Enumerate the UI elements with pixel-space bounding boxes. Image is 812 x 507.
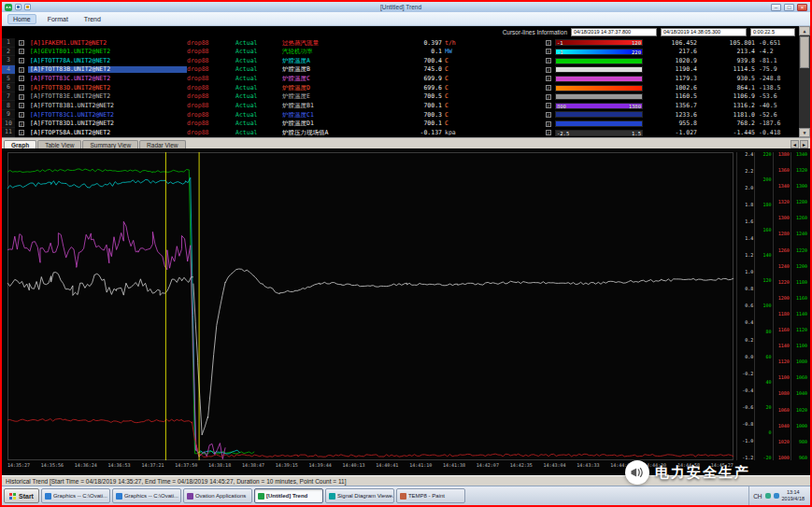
tab-radar-view[interactable]: Radar View [139, 140, 185, 148]
row-number: 10 [2, 120, 15, 129]
start-button[interactable]: Start [4, 488, 39, 503]
signal-unit: C [445, 112, 475, 119]
row-checkbox[interactable]: ✓ [15, 49, 28, 54]
cursor-row-checkbox[interactable]: ✓ [542, 67, 555, 73]
cursor1-value: 1190.4 [643, 66, 701, 73]
tab-scroll-right-icon[interactable]: ► [800, 140, 808, 148]
signal-name[interactable]: [A]FTOTT83C.UNIT2@NET2 [28, 76, 187, 82]
cursor-row-checkbox[interactable]: ✓ [542, 103, 555, 108]
tray-icon[interactable] [765, 493, 771, 499]
menu-tab-home[interactable]: Home [7, 14, 36, 24]
scroll-up-icon[interactable]: ▲ [799, 26, 810, 35]
cursor1-value: 1356.7 [643, 103, 701, 109]
taskbar-app-button[interactable]: Graphics -- C:\Ovati... [112, 488, 181, 503]
y-axis-label: 2.4 [745, 152, 753, 157]
table-row[interactable]: 10 ✓ [A]FTOTT83D1.UNIT2@NET2 drop88 Actu… [2, 120, 799, 129]
row-checkbox[interactable]: ✓ [15, 103, 28, 108]
cursor-row-checkbox[interactable]: ✓ [542, 121, 555, 127]
save-icon[interactable] [15, 4, 21, 10]
cursor-row-checkbox[interactable]: ✓ [542, 40, 555, 46]
cursor-delta-field[interactable]: 0:00:22.5 [750, 28, 795, 36]
signal-name[interactable]: [A]FTOTT83C1.UNIT2@NET2 [28, 112, 187, 119]
tab-graph[interactable]: Graph [4, 140, 36, 148]
row-checkbox[interactable]: ✓ [15, 85, 28, 91]
tab-scroll-left-icon[interactable]: ◄ [791, 140, 799, 148]
maximize-button[interactable]: □ [784, 4, 794, 11]
signal-mode: Actual [235, 112, 282, 119]
y-axis-label: 1020 [778, 440, 790, 444]
row-checkbox[interactable]: ✓ [15, 58, 28, 63]
cursor-row-checkbox[interactable]: ✓ [542, 49, 555, 54]
tab-table-view[interactable]: Table View [37, 140, 81, 148]
taskbar-app-button[interactable]: [Untitled] Trend [254, 488, 323, 503]
signal-name[interactable]: [A]GEV1T801.UNIT2@NET2 [28, 49, 187, 55]
row-checkbox[interactable]: ✓ [15, 67, 28, 73]
table-row[interactable]: 3 ✓ [A]FTOTT78A.UNIT2@NET2 drop88 Actual… [2, 56, 799, 65]
language-indicator[interactable]: CH [753, 493, 762, 500]
row-checkbox[interactable]: ✓ [15, 121, 28, 127]
tray-icon[interactable] [774, 493, 779, 499]
trend-plot[interactable] [7, 152, 734, 460]
signal-name[interactable]: [A]FTOTT83E.UNIT2@NET2 [28, 93, 187, 100]
signal-value: 0.397 [394, 40, 445, 47]
cursor-row-checkbox[interactable]: ✓ [542, 85, 555, 91]
undo-icon[interactable] [24, 4, 31, 10]
table-row[interactable]: 5 ✓ [A]FTOTT83C.UNIT2@NET2 drop88 Actual… [2, 75, 799, 84]
signal-name[interactable]: [A]FTOTT83D.UNIT2@NET2 [28, 85, 187, 92]
signal-name[interactable]: [A]FTOTT83D1.UNIT2@NET2 [28, 120, 187, 127]
watermark-text: 电力安全生产 [655, 464, 750, 482]
menu-tab-format[interactable]: Format [43, 15, 73, 23]
table-row[interactable]: 2 ✓ [A]GEV1T801.UNIT2@NET2 drop88 Actual… [2, 48, 799, 57]
cursor1-time-field[interactable]: 04/18/2019 14:37:37.800 [571, 28, 657, 36]
scroll-down-icon[interactable]: ▼ [799, 128, 810, 137]
cursor-delta-value: -0.418 [759, 130, 799, 136]
scrollbar-thumb[interactable] [800, 36, 809, 68]
row-checkbox[interactable]: ✓ [15, 40, 28, 46]
signal-value: 700.1 [394, 103, 445, 109]
signal-name[interactable]: [A]FTOTT83B.UNIT2@NET2 [28, 66, 187, 73]
cursor-row-checkbox[interactable]: ✓ [542, 130, 555, 135]
x-axis-label: 14:36:53 [108, 462, 131, 472]
row-number: 8 [2, 101, 15, 110]
table-row[interactable]: 9 ✓ [A]FTOTT83C1.UNIT2@NET2 drop88 Actua… [2, 110, 799, 120]
taskbar-app-button[interactable]: Graphics -- C:\Ovati... [41, 488, 110, 503]
signal-description: 炉膛温度E [282, 93, 394, 100]
cursor-delta-value: -52.6 [759, 112, 799, 119]
signal-drop: drop88 [187, 49, 235, 55]
minimize-button[interactable]: – [771, 4, 781, 11]
cursor-row-checkbox[interactable]: ✓ [542, 112, 555, 118]
row-checkbox[interactable]: ✓ [15, 130, 28, 135]
cursor-row-checkbox[interactable]: ✓ [542, 58, 555, 63]
y-axis-label: 1100 [778, 375, 790, 380]
table-row[interactable]: 11 ✓ [A]FTOPT58A.UNIT2@NET2 drop88 Actua… [2, 128, 799, 137]
menu-tab-trend[interactable]: Trend [79, 15, 106, 23]
table-row[interactable]: 1 ✓ [A]1FAKEM1.UNIT2@NET2 drop88 Actual … [2, 38, 799, 48]
signal-name[interactable]: [A]1FAKEM1.UNIT2@NET2 [28, 40, 187, 47]
trace-furnace-temp-c [7, 221, 225, 458]
row-checkbox[interactable]: ✓ [15, 76, 28, 81]
cursor2-time-field[interactable]: 04/18/2019 14:38:05.300 [661, 28, 747, 36]
cursor-row-checkbox[interactable]: ✓ [542, 76, 555, 81]
signal-name[interactable]: [A]FTOTT83B1.UNIT2@NET2 [28, 103, 187, 109]
taskbar-clock[interactable]: 13:14 2019/4/18 [782, 489, 805, 501]
taskbar-app-button[interactable]: TEMP8 - Paint [396, 488, 465, 503]
taskbar-app-button[interactable]: Ovation Applications [183, 488, 252, 503]
row-checkbox[interactable]: ✓ [15, 94, 28, 100]
table-row[interactable]: 6 ✓ [A]FTOTT83D.UNIT2@NET2 drop88 Actual… [2, 83, 799, 92]
taskbar-app-button[interactable]: Signal Diagram Viewe... [325, 488, 394, 503]
close-button[interactable]: × [797, 4, 807, 11]
y-axis-label: 1340 [778, 184, 790, 189]
cursor-row-checkbox[interactable]: ✓ [542, 94, 555, 100]
cursor-delta-value: -138.5 [759, 85, 799, 92]
table-scrollbar[interactable]: ▲ ▼ [799, 26, 810, 137]
table-row[interactable]: 8 ✓ [A]FTOTT83B1.UNIT2@NET2 drop88 Actua… [2, 101, 799, 110]
table-row[interactable]: 7 ✓ [A]FTOTT83E.UNIT2@NET2 drop88 Actual… [2, 92, 799, 102]
tab-summary-view[interactable]: Summary View [82, 140, 138, 148]
taskbar: Start Graphics -- C:\Ovati... Graphics -… [2, 486, 810, 505]
signal-name[interactable]: [A]FTOPT58A.UNIT2@NET2 [28, 130, 187, 136]
table-row[interactable]: 4 ✓ [A]FTOTT83B.UNIT2@NET2 drop88 Actual… [2, 65, 799, 75]
cursor2-value: 1106.9 [701, 93, 759, 100]
signal-name[interactable]: [A]FTOTT78A.UNIT2@NET2 [28, 58, 187, 64]
row-checkbox[interactable]: ✓ [15, 112, 28, 118]
signal-mode: Actual [235, 58, 282, 64]
